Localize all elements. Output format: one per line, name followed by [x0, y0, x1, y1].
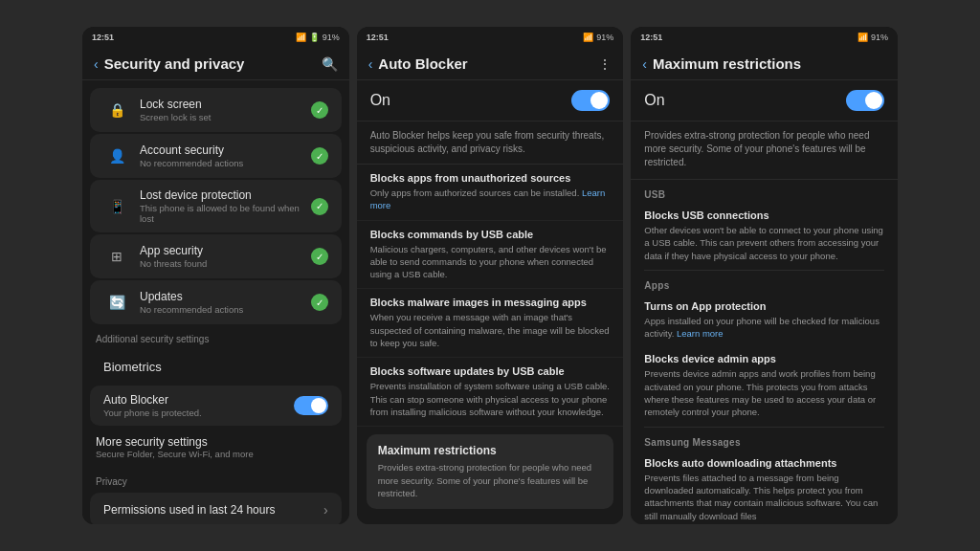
- learn-more-app-link[interactable]: Learn more: [677, 328, 724, 339]
- check-lost: ✓: [311, 198, 328, 215]
- back-arrow-3[interactable]: ‹: [642, 56, 647, 72]
- lockscreen-sub: Screen lock is set: [140, 112, 301, 122]
- max-restrictions-title: Maximum restrictions: [378, 444, 603, 457]
- r-title-auto-download: Blocks auto downloading attachments: [644, 457, 884, 469]
- check-updates: ✓: [311, 294, 328, 311]
- screen-content-2: On Auto Blocker helps keep you safe from…: [357, 80, 624, 524]
- feature-title-1: Blocks commands by USB cable: [370, 229, 611, 240]
- signal-icon-3: 📶: [858, 33, 868, 42]
- lost-title: Lost device protection: [140, 188, 301, 202]
- on-label-3: On: [644, 92, 664, 109]
- permissions-item[interactable]: Permissions used in last 24 hours ›: [90, 493, 342, 524]
- updates-title: Updates: [140, 290, 301, 303]
- max-restrictions-desc: Provides extra-strong protection for peo…: [378, 461, 603, 499]
- status-icons-2: 📶 91%: [583, 33, 613, 42]
- permissions-label: Permissions used in last 24 hours: [103, 503, 275, 517]
- wifi-icon-1: 🔋: [309, 33, 320, 42]
- lost-sub: This phone is allowed to be found when l…: [140, 203, 301, 224]
- r-title-device-admin: Blocks device admin apps: [644, 353, 884, 364]
- feature-title-3: Blocks software updates by USB cable: [370, 365, 611, 377]
- r-desc-usb: Other devices won't be able to connect t…: [644, 224, 884, 262]
- screen-title-2: Auto Blocker: [378, 55, 467, 72]
- screen-security-privacy: 12:51 📶 🔋 91% ‹ Security and privacy 🔍: [82, 27, 349, 524]
- status-bar-1: 12:51 📶 🔋 91%: [82, 27, 349, 48]
- feature-desc-3: Prevents installation of system software…: [370, 380, 611, 418]
- additional-section-label: Additional security settings: [82, 326, 349, 348]
- on-toggle-3[interactable]: [846, 90, 884, 111]
- top-desc-3: Provides extra-strong protection for peo…: [631, 121, 898, 180]
- screen-auto-blocker: 12:51 📶 91% ‹ Auto Blocker ⋮ On: [357, 27, 624, 524]
- feature-block-2: Blocks malware images in messaging apps …: [357, 289, 624, 358]
- time-3: 12:51: [640, 33, 662, 42]
- restriction-auto-download: Blocks auto downloading attachments Prev…: [631, 452, 898, 524]
- screen-content-3: On Provides extra-strong protection for …: [631, 80, 898, 524]
- screen-title-1: Security and privacy: [104, 55, 245, 72]
- chevron-right-icon: ›: [323, 502, 328, 518]
- screen-content-1: 🔒 Lock screen Screen lock is set ✓ 👤 Acc…: [82, 80, 349, 524]
- section-label-usb: USB: [631, 180, 898, 204]
- restriction-usb-block: Blocks USB connections Other devices won…: [631, 204, 898, 270]
- r-desc-auto-download: Prevents files attached to a message fro…: [644, 472, 884, 522]
- account-sub: No recommended actions: [140, 158, 301, 168]
- restriction-device-admin: Blocks device admin apps Prevents device…: [631, 347, 898, 426]
- r-desc-device-admin: Prevents device admin apps and work prof…: [644, 367, 884, 418]
- battery-1: 91%: [323, 33, 340, 42]
- feature-desc-0: Only apps from authorized sources can be…: [370, 187, 611, 212]
- account-title: Account security: [140, 143, 301, 157]
- auto-blocker-title: Auto Blocker: [103, 393, 294, 407]
- on-row: On: [357, 80, 624, 121]
- auto-blocker-item[interactable]: Auto Blocker Your phone is protected.: [90, 386, 342, 426]
- feature-block-0: Blocks apps from unauthorized sources On…: [357, 165, 624, 221]
- more-security-item[interactable]: More security settings Secure Folder, Se…: [82, 428, 349, 467]
- updates-icon: 🔄: [103, 289, 130, 316]
- section-label-apps: Apps: [631, 271, 898, 295]
- status-icons-3: 📶 91%: [858, 33, 888, 42]
- header-2: ‹ Auto Blocker ⋮: [357, 48, 624, 80]
- signal-icon-2: 📶: [583, 33, 593, 42]
- screen-max-restrictions: 12:51 📶 91% ‹ Maximum restrictions On Pr…: [631, 27, 898, 524]
- header-3: ‹ Maximum restrictions: [631, 48, 898, 80]
- feature-title-0: Blocks apps from unauthorized sources: [370, 172, 611, 184]
- r-title-usb: Blocks USB connections: [644, 209, 884, 221]
- feature-title-2: Blocks malware images in messaging apps: [370, 297, 611, 308]
- back-arrow-2[interactable]: ‹: [368, 56, 373, 72]
- back-arrow-1[interactable]: ‹: [94, 56, 99, 72]
- more-security-sub: Secure Folder, Secure Wi-Fi, and more: [96, 449, 336, 459]
- biometrics-item[interactable]: Biometrics: [90, 350, 342, 384]
- lost-icon: 📱: [103, 193, 130, 220]
- time-1: 12:51: [92, 33, 114, 42]
- menu-item-updates[interactable]: 🔄 Updates No recommended actions ✓: [90, 280, 342, 324]
- status-bar-2: 12:51 📶 91%: [357, 27, 624, 48]
- feature-block-3: Blocks software updates by USB cable Pre…: [357, 358, 624, 427]
- on-label: On: [370, 92, 390, 109]
- feature-desc-2: When you receive a message with an image…: [370, 311, 611, 349]
- check-lockscreen: ✓: [311, 101, 328, 119]
- status-icons-1: 📶 🔋 91%: [296, 33, 340, 42]
- appsec-icon: ⊞: [103, 243, 130, 270]
- menu-item-appsecurity[interactable]: ⊞ App security No threats found ✓: [90, 234, 342, 278]
- section-label-samsung: Samsung Messages: [631, 428, 898, 452]
- max-restrictions-box[interactable]: Maximum restrictions Provides extra-stro…: [367, 434, 614, 509]
- account-icon: 👤: [103, 143, 130, 169]
- auto-blocker-toggle[interactable]: [294, 396, 328, 415]
- more-icon-2[interactable]: ⋮: [598, 56, 612, 72]
- r-desc-app-protection: Apps installed on your phone will be che…: [644, 315, 884, 341]
- on-toggle[interactable]: [571, 90, 610, 111]
- auto-blocker-sub: Your phone is protected.: [103, 408, 294, 418]
- privacy-label: Privacy: [82, 467, 349, 491]
- feature-block-1: Blocks commands by USB cable Malicious c…: [357, 221, 624, 290]
- menu-item-lockscreen[interactable]: 🔒 Lock screen Screen lock is set ✓: [90, 88, 342, 132]
- battery-3: 91%: [871, 33, 888, 42]
- updates-sub: No recommended actions: [140, 304, 301, 315]
- search-icon-1[interactable]: 🔍: [322, 56, 338, 72]
- lock-icon: 🔒: [103, 97, 130, 123]
- more-security-title: More security settings: [96, 435, 336, 449]
- menu-item-lost[interactable]: 📱 Lost device protection This phone is a…: [90, 180, 342, 232]
- menu-item-account[interactable]: 👤 Account security No recommended action…: [90, 134, 342, 178]
- battery-2: 91%: [596, 33, 613, 42]
- blocker-description: Auto Blocker helps keep you safe from se…: [357, 121, 624, 165]
- check-account: ✓: [311, 147, 328, 165]
- header-1: ‹ Security and privacy 🔍: [82, 48, 349, 80]
- restriction-app-protection: Turns on App protection Apps installed o…: [631, 295, 898, 348]
- status-bar-3: 12:51 📶 91%: [631, 27, 898, 48]
